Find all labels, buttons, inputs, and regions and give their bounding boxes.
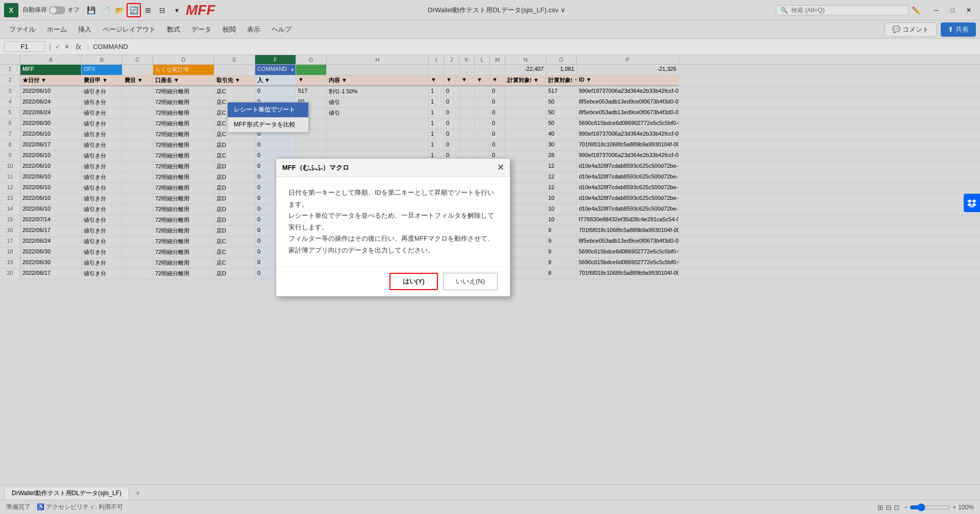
dropbox-button[interactable] [964, 194, 980, 212]
dialog-line2: レシート単位でデータを並べるため、一旦オートフィルタを解除して実行します。 [288, 210, 498, 233]
dialog-overlay: MFF（むふふ）マクロ ✕ 日付を第一キーとして降順、IDを第二キーとして昇順で… [0, 0, 980, 514]
dialog-line3: フィルター等の操作はその後に行い、再度MFFマクロを動作させて、 [288, 233, 498, 245]
dialog-body: 日付を第一キーとして降順、IDを第二キーとして昇順でソートを行います。 レシート… [276, 177, 510, 266]
yes-button[interactable]: はい(Y) [389, 273, 438, 290]
dialog-close-button[interactable]: ✕ [497, 163, 504, 172]
dialog-title-bar: MFF（むふふ）マクロ ✕ [276, 159, 510, 177]
dialog-title: MFF（むふふ）マクロ [282, 163, 349, 172]
dialog-buttons: はい(Y) いいえ(N) [276, 266, 510, 296]
dialog-line1: 日付を第一キーとして降順、IDを第二キーとして昇順でソートを行います。 [288, 187, 498, 210]
no-button[interactable]: いいえ(N) [443, 273, 498, 290]
dialog-line4: 家計簿アプリ向けのデータを出力してください。 [288, 245, 498, 256]
dialog: MFF（むふふ）マクロ ✕ 日付を第一キーとして降順、IDを第二キーとして昇順で… [276, 158, 510, 297]
